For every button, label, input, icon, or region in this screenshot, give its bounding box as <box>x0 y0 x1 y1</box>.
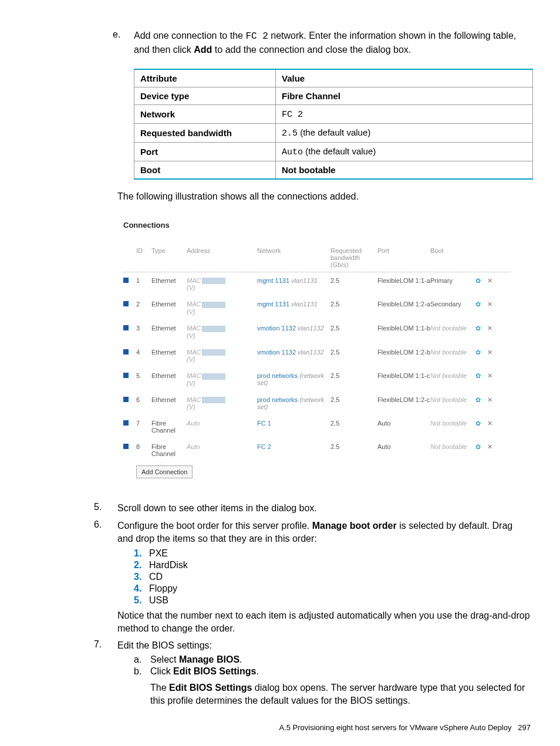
step7-para2: The Edit BIOS Settings dialog box opens.… <box>150 681 531 707</box>
conn-boot: Not bootable <box>430 349 471 356</box>
attr-r4-v-txt: Not bootable <box>282 165 336 175</box>
gear-icon[interactable]: ✿ <box>471 396 484 404</box>
step7a-body: Select Manage BIOS. <box>150 654 242 665</box>
boot-order-list: 1.PXE 2.HardDisk 3.CD 4.Floppy 5.USB <box>134 548 531 606</box>
attr-r2-a-txt: Requested bandwidth <box>140 128 232 138</box>
conn-port: Auto <box>377 443 430 450</box>
attr-r1-v-code: FC 2 <box>282 110 303 120</box>
attr-r3-v-post: (the default value) <box>303 146 376 156</box>
add-connection-button[interactable]: Add Connection <box>136 465 193 478</box>
attr-r2-v-code: 2.5 <box>282 129 298 139</box>
conn-network[interactable]: prod networks (network set) <box>257 396 330 410</box>
conn-port: FlexibleLOM 1:2-a <box>377 301 430 308</box>
hdr-net: Network <box>257 247 330 268</box>
conn-type: Ethernet <box>151 277 187 284</box>
boot-2-num: 2. <box>134 560 149 571</box>
gear-icon[interactable]: ✿ <box>471 349 484 356</box>
attr-r3-v-code: Auto <box>282 147 303 157</box>
step6-lead-t: Configure the boot order for this server… <box>117 521 312 531</box>
step7a-pre: Select <box>150 654 179 664</box>
conn-addr: MAC(V) <box>187 396 257 411</box>
conn-boot: Not bootable <box>430 396 471 403</box>
connection-row: 6EthernetMAC(V)prod networks (network se… <box>123 391 511 416</box>
conn-addr: MAC(V) <box>187 325 257 339</box>
status-square-icon <box>123 349 136 356</box>
conn-boot: Not bootable <box>430 443 471 450</box>
conn-network[interactable]: mgmt 1131 vlan1131 <box>257 277 330 284</box>
attr-r3-v: Auto (the default value) <box>276 143 533 161</box>
delete-icon[interactable]: ✕ <box>484 443 495 451</box>
attr-r2-v-post: (the default value) <box>298 127 370 137</box>
delete-icon[interactable]: ✕ <box>484 325 495 332</box>
delete-icon[interactable]: ✕ <box>484 301 495 308</box>
conn-addr: MAC(V) <box>187 372 257 387</box>
conn-id: 4 <box>136 349 151 356</box>
conn-id: 7 <box>136 420 151 427</box>
delete-icon[interactable]: ✕ <box>484 396 495 404</box>
conn-network[interactable]: vmotion 1132 vlan1132 <box>257 325 330 332</box>
boot-3: CD <box>149 572 163 582</box>
attr-r4-a-txt: Boot <box>140 165 160 175</box>
conn-network[interactable]: FC 2 <box>257 443 330 450</box>
conn-network[interactable]: prod networks (network set) <box>257 372 330 386</box>
conn-bandwidth: 2.5 <box>330 396 377 403</box>
gear-icon[interactable]: ✿ <box>471 325 484 332</box>
conn-type: Ethernet <box>151 349 187 356</box>
step-e-bold: Add <box>194 45 212 55</box>
conn-network[interactable]: FC 1 <box>257 420 330 427</box>
status-square-icon <box>123 301 136 308</box>
conn-id: 1 <box>136 277 151 284</box>
conn-type: Fibre Channel <box>151 443 187 457</box>
conn-bandwidth: 2.5 <box>330 301 377 308</box>
delete-icon[interactable]: ✕ <box>484 372 495 380</box>
step5-num: 5. <box>94 502 117 515</box>
conn-boot: Not bootable <box>430 372 471 379</box>
delete-icon[interactable]: ✕ <box>484 420 495 427</box>
step7-num: 7. <box>94 639 117 652</box>
step6-lead: Configure the boot order for this server… <box>117 519 531 545</box>
delete-icon[interactable]: ✕ <box>484 349 495 356</box>
conn-bandwidth: 2.5 <box>330 443 377 450</box>
conn-network[interactable]: mgmt 1131 vlan1131 <box>257 301 330 308</box>
boot-5-num: 5. <box>134 595 149 606</box>
footer-page: 297 <box>518 723 531 732</box>
attr-r1-a-txt: Network <box>140 109 175 119</box>
step-e-t3: to add the connection and close the dial… <box>212 45 411 55</box>
delete-icon[interactable]: ✕ <box>484 277 495 285</box>
conn-id: 8 <box>136 443 151 450</box>
conn-id: 2 <box>136 301 151 308</box>
gear-icon[interactable]: ✿ <box>471 372 484 380</box>
gear-icon[interactable]: ✿ <box>471 443 484 451</box>
conn-bandwidth: 2.5 <box>330 349 377 356</box>
connection-row: 3EthernetMAC(V)vmotion 1132 vlan11322.5F… <box>123 320 511 344</box>
status-square-icon <box>123 372 136 379</box>
conn-boot: Not bootable <box>430 420 471 427</box>
step7-p2-pre: The <box>150 683 169 693</box>
connection-row: 7Fibre ChannelAutoFC 12.5AutoNot bootabl… <box>123 415 511 438</box>
step-e: e. Add one connection to the FC 2 networ… <box>113 29 531 60</box>
attr-r2-v: 2.5 (the default value) <box>276 124 533 143</box>
boot-2: HardDisk <box>149 560 188 570</box>
connections-title: Connections <box>123 221 511 229</box>
attr-r0-v-txt: Fibre Channel <box>282 91 340 101</box>
attr-hdr-attr: Attribute <box>134 69 276 87</box>
hdr-type: Type <box>151 247 187 268</box>
boot-4-num: 4. <box>134 583 149 594</box>
status-square-icon <box>123 420 136 427</box>
connection-row: 5EthernetMAC(V)prod networks (network se… <box>123 367 511 391</box>
conn-network[interactable]: vmotion 1132 vlan1132 <box>257 349 330 356</box>
attr-r4-v: Not bootable <box>276 161 533 180</box>
connections-panel: Connections ID Type Address Network Requ… <box>123 221 511 479</box>
gear-icon[interactable]: ✿ <box>471 277 484 285</box>
gear-icon[interactable]: ✿ <box>471 420 484 427</box>
conn-addr: MAC(V) <box>187 277 257 292</box>
attr-r2-a: Requested bandwidth <box>134 124 276 143</box>
status-square-icon <box>123 325 136 332</box>
conn-boot: Secondary <box>430 301 471 308</box>
attr-r0-a: Device type <box>134 87 276 105</box>
conn-addr: MAC(V) <box>187 301 257 315</box>
boot-1: PXE <box>149 548 168 558</box>
hdr-bw: Requested bandwidth (Gb/s) <box>330 247 377 268</box>
connection-row: 4EthernetMAC(V)vmotion 1132 vlan11322.5F… <box>123 344 511 368</box>
gear-icon[interactable]: ✿ <box>471 301 484 308</box>
